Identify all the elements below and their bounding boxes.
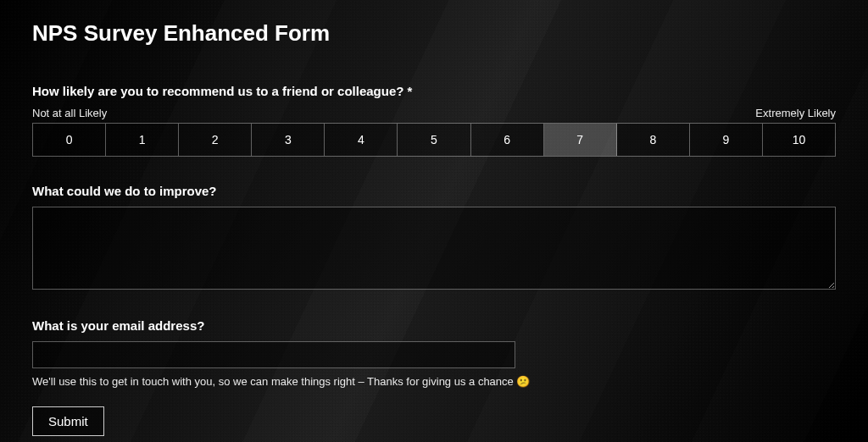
scale-option-10[interactable]: 10	[763, 124, 835, 156]
form-container: NPS Survey Enhanced Form How likely are …	[0, 0, 868, 442]
scale-option-3[interactable]: 3	[252, 124, 325, 156]
scale-anchor-labels: Not at all Likely Extremely Likely	[32, 107, 836, 119]
scale-option-8[interactable]: 8	[617, 124, 690, 156]
scale-option-4[interactable]: 4	[325, 124, 398, 156]
confused-face-icon: 😕	[516, 375, 530, 388]
scale-option-7[interactable]: 7	[544, 124, 617, 156]
email-helper-text: We'll use this to get in touch with you,…	[32, 375, 836, 388]
submit-button[interactable]: Submit	[32, 406, 104, 436]
scale-option-2[interactable]: 2	[179, 124, 252, 156]
scale-high-label: Extremely Likely	[755, 107, 836, 119]
improve-textarea[interactable]	[32, 207, 836, 290]
question-improve: What could we do to improve?	[32, 184, 836, 198]
page-title: NPS Survey Enhanced Form	[32, 20, 836, 47]
question-recommend: How likely are you to recommend us to a …	[32, 84, 836, 98]
question-email: What is your email address?	[32, 318, 836, 333]
scale-option-1[interactable]: 1	[106, 124, 179, 156]
scale-option-6[interactable]: 6	[471, 124, 544, 156]
scale-option-9[interactable]: 9	[690, 124, 763, 156]
scale-low-label: Not at all Likely	[32, 107, 107, 119]
email-helper-message: We'll use this to get in touch with you,…	[32, 375, 516, 388]
scale-option-0[interactable]: 0	[33, 124, 106, 156]
email-field[interactable]	[32, 341, 515, 368]
scale-option-5[interactable]: 5	[398, 124, 470, 156]
nps-scale: 0 1 2 3 4 5 6 7 8 9 10	[32, 123, 836, 157]
